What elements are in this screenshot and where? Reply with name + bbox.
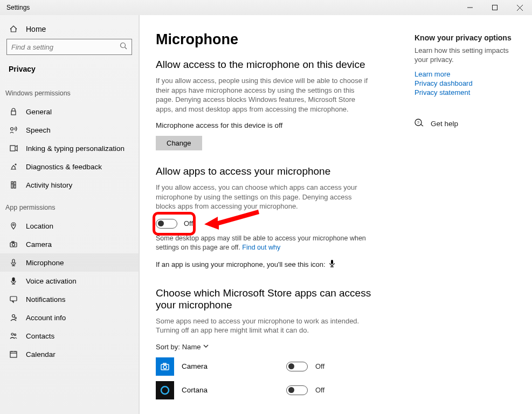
search-field[interactable]	[11, 43, 120, 51]
notif-icon	[9, 295, 18, 303]
sidebar-item-label: Inking & typing personalization	[26, 144, 125, 153]
svg-rect-10	[11, 182, 13, 188]
ink-icon	[9, 144, 18, 153]
sidebar-item-label: Voice activation	[26, 277, 77, 285]
app-row-camera: CameraOff	[156, 357, 394, 376]
sidebar-item-label: Account info	[26, 314, 66, 322]
svg-point-41	[161, 387, 169, 394]
svg-point-16	[12, 244, 15, 246]
history-icon	[9, 181, 18, 189]
sidebar-item-activity-history[interactable]: Activity history	[0, 176, 139, 194]
get-help-label: Get help	[431, 120, 458, 128]
privacy-options-head: Know your privacy options	[414, 33, 522, 42]
sidebar-item-inking-typing-personalization[interactable]: Inking & typing personalization	[0, 139, 139, 157]
sidebar-item-label: Notifications	[26, 295, 66, 303]
annotation-arrow	[199, 208, 264, 240]
privacy-options-desc: Learn how this setting impacts your priv…	[414, 46, 522, 65]
svg-rect-40	[163, 363, 166, 364]
section-device-access-head: Allow access to the microphone on this d…	[156, 59, 394, 71]
device-access-status: Microphone access for this device is off	[156, 121, 394, 129]
sidebar-item-calendar[interactable]: Calendar	[0, 345, 139, 363]
svg-rect-18	[12, 259, 15, 263]
sidebar-item-notifications[interactable]: Notifications	[0, 290, 139, 308]
svg-rect-24	[10, 296, 17, 301]
diag-icon	[9, 162, 18, 171]
sidebar-item-contacts[interactable]: Contacts	[0, 327, 139, 345]
sidebar-item-voice-activation[interactable]: Voice activation	[0, 272, 139, 290]
section-store-apps-desc: Some apps need to access your microphone…	[156, 316, 371, 335]
section-device-access-desc: If you allow access, people using this d…	[156, 76, 371, 114]
svg-rect-35	[331, 260, 333, 264]
microphone-icon	[329, 260, 335, 269]
sidebar-item-speech[interactable]: Speech	[0, 121, 139, 139]
sidebar: Home Privacy Windows permissions General…	[0, 15, 139, 414]
calendar-icon	[9, 350, 18, 358]
svg-point-9	[15, 164, 16, 165]
link-privacy-dashboard[interactable]: Privacy dashboard	[414, 79, 522, 87]
acct-icon	[9, 313, 18, 322]
link-privacy-statement[interactable]: Privacy statement	[414, 88, 522, 96]
sidebar-item-label: Diagnostics & feedback	[26, 163, 102, 171]
svg-point-25	[12, 315, 15, 318]
sidebar-item-camera[interactable]: Camera	[0, 235, 139, 253]
minimize-button[interactable]	[458, 0, 482, 15]
svg-point-39	[163, 365, 167, 369]
maximize-button[interactable]	[482, 0, 507, 15]
app-row-cortana: CortanaOff	[156, 381, 394, 399]
close-button[interactable]	[507, 0, 532, 15]
chevron-down-icon	[203, 343, 209, 351]
change-button[interactable]: Change	[156, 136, 202, 150]
help-icon: ?	[414, 118, 424, 129]
svg-text:?: ?	[417, 120, 420, 125]
right-panel: Know your privacy options Learn how this…	[410, 15, 532, 414]
sidebar-home[interactable]: Home	[0, 15, 139, 39]
sidebar-item-general[interactable]: General	[0, 102, 139, 121]
annotation-highlight	[153, 212, 196, 236]
search-input[interactable]	[6, 39, 132, 55]
svg-point-29	[14, 334, 16, 335]
sidebar-section-app: App permissions	[0, 194, 139, 217]
find-out-why-link[interactable]: Find out why	[242, 244, 280, 251]
sidebar-item-label: Activity history	[26, 181, 72, 189]
mic-icon	[9, 258, 18, 267]
home-icon	[9, 25, 18, 33]
window-title: Settings	[6, 4, 30, 11]
app-toggle-label: Off	[315, 386, 324, 394]
sidebar-item-account-info[interactable]: Account info	[0, 308, 139, 327]
sidebar-home-label: Home	[26, 25, 46, 33]
sidebar-item-location[interactable]: Location	[0, 217, 139, 235]
app-name: Cortana	[182, 386, 279, 394]
svg-rect-8	[10, 146, 15, 151]
app-toggle-cortana[interactable]	[286, 385, 308, 395]
sidebar-item-diagnostics-feedback[interactable]: Diagnostics & feedback	[0, 157, 139, 176]
sort-by[interactable]: Sort by: Name	[156, 343, 394, 351]
sort-label: Sort by:	[156, 343, 180, 351]
sidebar-item-label: Speech	[26, 126, 51, 134]
svg-rect-1	[493, 5, 498, 10]
desktop-apps-hint: Some desktop apps may still be able to a…	[156, 234, 371, 252]
sidebar-item-label: Camera	[26, 240, 52, 249]
sidebar-section-windows: Windows permissions	[0, 80, 139, 102]
sidebar-item-label: General	[26, 108, 52, 116]
sidebar-item-microphone[interactable]: Microphone	[0, 253, 139, 272]
svg-point-28	[11, 333, 13, 335]
app-toggle-camera[interactable]	[286, 362, 308, 371]
main-content: Microphone Allow access to the microphon…	[139, 15, 410, 414]
svg-line-5	[125, 47, 127, 50]
section-app-access-desc: If you allow access, you can choose whic…	[156, 183, 371, 211]
voice-icon	[9, 277, 18, 285]
svg-rect-30	[10, 351, 17, 357]
sort-value: Name	[182, 343, 201, 351]
svg-point-4	[121, 43, 126, 48]
contacts-icon	[9, 332, 18, 340]
svg-marker-34	[204, 210, 259, 230]
app-toggle-label: Off	[315, 362, 324, 370]
get-help[interactable]: ? Get help	[414, 118, 522, 129]
svg-rect-17	[12, 242, 14, 243]
link-learn-more[interactable]: Learn more	[414, 70, 522, 78]
camera-icon	[9, 240, 18, 249]
sidebar-item-label: Contacts	[26, 332, 54, 340]
section-app-access-head: Allow apps to access your microphone	[156, 165, 394, 177]
app-icon	[156, 357, 174, 376]
svg-rect-21	[12, 278, 15, 281]
